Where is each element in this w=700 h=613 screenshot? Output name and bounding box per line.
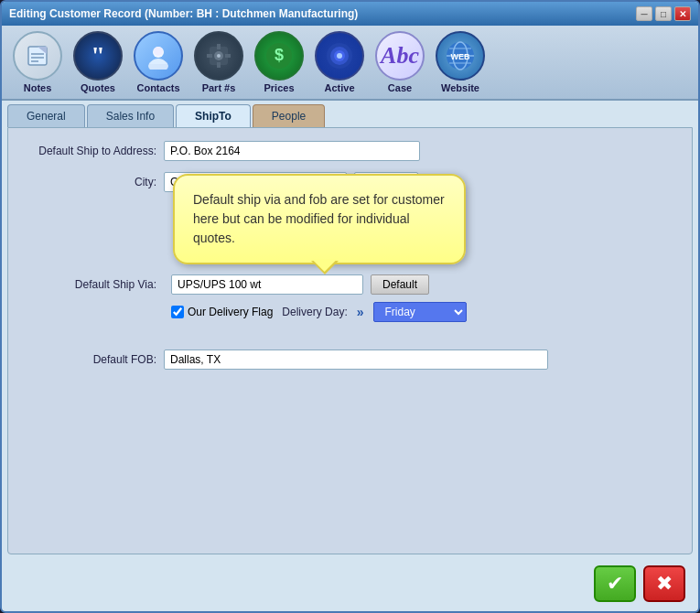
active-icon xyxy=(315,31,364,81)
tab-salesinfo[interactable]: Sales Info xyxy=(87,104,174,127)
default-button[interactable]: Default xyxy=(371,274,429,295)
parts-label: Part #s xyxy=(202,82,236,93)
svg-point-10 xyxy=(217,54,221,58)
parts-icon xyxy=(194,31,243,81)
toolbar-prices[interactable]: $ Prices xyxy=(253,31,306,93)
svg-point-20 xyxy=(337,53,342,59)
tooltip-bubble: Default ship via and fob are set for cus… xyxy=(173,174,466,264)
ship-via-row: Default Ship Via: Default xyxy=(27,274,673,295)
toolbar-website[interactable]: WEB Website xyxy=(434,31,487,93)
tab-people[interactable]: People xyxy=(253,104,325,127)
delivery-flag-label: Our Delivery Flag xyxy=(188,306,273,318)
delivery-day-select[interactable]: Friday Monday Tuesday Wednesday Thursday xyxy=(373,302,467,322)
toolbar-notes[interactable]: Notes xyxy=(11,31,64,93)
case-label: Case xyxy=(388,82,412,93)
svg-rect-13 xyxy=(207,54,212,58)
contacts-label: Contacts xyxy=(136,82,179,93)
tab-general[interactable]: General xyxy=(7,104,85,127)
maximize-button[interactable]: □ xyxy=(655,6,672,21)
svg-rect-11 xyxy=(217,44,221,49)
minimize-button[interactable]: ─ xyxy=(636,6,652,21)
svg-point-7 xyxy=(154,47,163,56)
toolbar-active[interactable]: Active xyxy=(313,31,366,93)
case-icon: Abc xyxy=(375,31,425,81)
tooltip-text: Default ship via and fob are set for cus… xyxy=(193,192,445,245)
city-label: City: xyxy=(27,176,164,188)
svg-rect-12 xyxy=(217,62,221,68)
notes-label: Notes xyxy=(24,82,52,93)
website-label: Website xyxy=(441,82,479,93)
close-button[interactable]: ✕ xyxy=(674,6,691,21)
tabs-row: General Sales Info ShipTo People xyxy=(2,104,698,127)
quotes-label: Quotes xyxy=(81,82,115,93)
title-bar: Editing Customer Record (Number: BH : Du… xyxy=(2,2,698,26)
toolbar-contacts[interactable]: Contacts xyxy=(132,31,185,93)
prices-label: Prices xyxy=(264,82,294,93)
delivery-row: Our Delivery Flag Delivery Day: » Friday… xyxy=(171,302,673,322)
cancel-icon: ✖ xyxy=(656,572,673,596)
active-label: Active xyxy=(324,82,354,93)
delivery-flag-checkbox[interactable] xyxy=(171,306,184,318)
ship-address-input[interactable] xyxy=(164,141,420,161)
notes-icon xyxy=(13,31,62,81)
tab-shipto[interactable]: ShipTo xyxy=(176,104,251,127)
cancel-button[interactable]: ✖ xyxy=(643,565,685,602)
website-icon: WEB xyxy=(436,31,485,81)
toolbar-case[interactable]: Abc Case xyxy=(373,31,426,93)
fob-row: Default FOB: xyxy=(27,350,673,370)
delivery-arrow-icon: » xyxy=(357,305,364,319)
fob-label: Default FOB: xyxy=(27,353,164,366)
svg-text:$: $ xyxy=(275,46,284,64)
ok-icon: ✔ xyxy=(607,572,623,596)
delivery-day-label: Delivery Day: xyxy=(282,306,347,318)
delivery-flag-wrap: Our Delivery Flag xyxy=(171,306,273,318)
ship-address-row: Default Ship to Address: xyxy=(27,141,673,161)
toolbar-parts[interactable]: Part #s xyxy=(192,31,245,93)
ship-via-label: Default Ship Via: xyxy=(27,278,164,291)
fob-input[interactable] xyxy=(164,350,548,370)
svg-rect-14 xyxy=(225,54,231,58)
contacts-icon xyxy=(134,31,183,81)
window-title: Editing Customer Record (Number: BH : Du… xyxy=(9,7,358,20)
toolbar-quotes[interactable]: " Quotes xyxy=(71,31,124,93)
quotes-icon: " xyxy=(73,31,123,81)
ok-button[interactable]: ✔ xyxy=(594,565,636,602)
svg-text:WEB: WEB xyxy=(451,52,470,61)
prices-icon: $ xyxy=(254,31,304,81)
ship-address-label: Default Ship to Address: xyxy=(27,145,164,157)
bottom-bar: ✔ ✖ xyxy=(2,560,698,611)
window-controls: ─ □ ✕ xyxy=(636,6,691,21)
main-content: Default ship via and fob are set for cus… xyxy=(7,127,693,554)
main-window: Editing Customer Record (Number: BH : Du… xyxy=(0,0,700,613)
toolbar: Notes " Quotes Contacts xyxy=(2,26,698,101)
